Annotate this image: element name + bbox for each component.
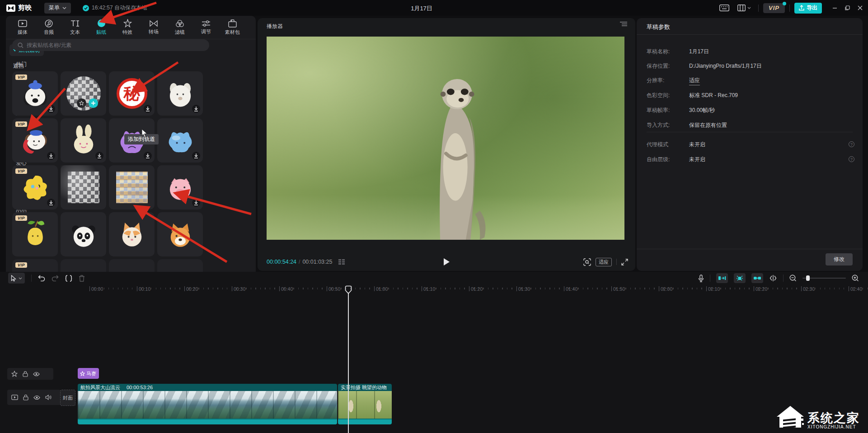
undo-button[interactable] bbox=[38, 275, 45, 281]
download-icon[interactable] bbox=[95, 152, 103, 160]
ruler-label: 02:00 bbox=[659, 286, 672, 292]
minimize-button[interactable] bbox=[828, 0, 841, 16]
modify-button[interactable]: 修改 bbox=[826, 253, 853, 265]
menu-button[interactable]: 菜单 bbox=[44, 3, 71, 14]
split-button[interactable] bbox=[65, 275, 72, 282]
play-button[interactable] bbox=[443, 258, 450, 265]
eye-icon[interactable] bbox=[33, 395, 40, 400]
cover-button[interactable]: 封面 bbox=[60, 390, 75, 406]
vip-tag: VIP bbox=[15, 121, 27, 127]
export-button[interactable]: 导出 bbox=[794, 3, 822, 14]
add-to-track-button[interactable] bbox=[89, 98, 98, 108]
magnetic-main-track-toggle[interactable] bbox=[734, 273, 746, 283]
sticker-mosaic-gray[interactable] bbox=[61, 165, 106, 210]
draft-row-name: 草稿名称:1月17日 bbox=[647, 48, 849, 56]
delete-button[interactable] bbox=[79, 275, 85, 282]
close-button[interactable] bbox=[854, 0, 866, 16]
sticker-shiba[interactable] bbox=[157, 212, 203, 256]
sticker-partial-1[interactable]: VIP bbox=[12, 259, 58, 272]
fullscreen-icon[interactable] bbox=[621, 259, 628, 265]
watermark-house-icon bbox=[776, 403, 805, 429]
download-icon[interactable] bbox=[47, 152, 55, 160]
timeline-zoom-slider[interactable] bbox=[802, 278, 846, 279]
download-icon[interactable] bbox=[144, 152, 152, 160]
tab-assets[interactable]: 素材包 bbox=[219, 16, 245, 39]
fit-button[interactable]: 适应 bbox=[596, 258, 612, 266]
sticker-mi-stamp[interactable]: 秘 bbox=[109, 71, 155, 116]
draft-row-free-layer: 自由层级:未开启? bbox=[647, 156, 849, 163]
favorite-star-button[interactable] bbox=[77, 98, 86, 108]
frame-preview-zoom-icon[interactable] bbox=[583, 258, 591, 266]
link-toggle[interactable] bbox=[751, 273, 763, 283]
help-icon[interactable]: ? bbox=[849, 156, 854, 162]
sticker-blue-blob[interactable] bbox=[157, 118, 203, 163]
draft-value[interactable]: 适应 bbox=[689, 77, 700, 85]
lock-icon[interactable] bbox=[23, 394, 28, 400]
audio-tab-icon bbox=[45, 19, 53, 28]
tab-sticker[interactable]: 贴纸 bbox=[88, 16, 114, 39]
zoom-slider-handle[interactable] bbox=[806, 275, 810, 281]
mosaic-gray-sticker-art bbox=[68, 172, 99, 203]
video-preview[interactable] bbox=[267, 37, 624, 240]
select-tool-button[interactable] bbox=[8, 273, 25, 284]
sticker-cat[interactable] bbox=[109, 212, 155, 256]
player-options-icon[interactable] bbox=[620, 22, 627, 26]
snap-toggle[interactable] bbox=[716, 273, 728, 283]
ruler-label: 00:20 bbox=[184, 286, 198, 292]
download-icon[interactable] bbox=[144, 105, 152, 113]
timeline-ruler[interactable]: 00:0000:1000:2000:3000:4000:5001:0001:10… bbox=[0, 284, 868, 294]
sticker-partial-2[interactable] bbox=[61, 259, 106, 272]
tab-filter[interactable]: 滤镜 bbox=[167, 16, 193, 39]
clip-audio-strip bbox=[78, 419, 337, 424]
sticker-partial-3[interactable] bbox=[109, 259, 155, 272]
playhead-handle[interactable] bbox=[345, 285, 352, 294]
help-icon[interactable]: ? bbox=[849, 141, 854, 147]
draft-label: 代理模式 bbox=[647, 141, 679, 149]
shortcut-keyboard-icon[interactable] bbox=[719, 5, 729, 11]
sticker-dog-beret[interactable]: VIP bbox=[12, 71, 58, 116]
download-icon[interactable] bbox=[192, 152, 200, 160]
tab-label: 调节 bbox=[201, 28, 211, 35]
record-voiceover-icon[interactable] bbox=[698, 275, 704, 282]
tab-media[interactable]: 媒体 bbox=[9, 16, 36, 39]
tab-transition[interactable]: 转场 bbox=[141, 16, 167, 39]
download-icon[interactable] bbox=[192, 199, 200, 207]
sticker-mosaic-circle[interactable] bbox=[61, 71, 106, 116]
tab-audio[interactable]: 音频 bbox=[36, 16, 62, 39]
zoom-in-icon[interactable] bbox=[852, 275, 859, 282]
sticker-dog-phone[interactable]: VIP bbox=[12, 118, 58, 163]
sticker-partial-4[interactable] bbox=[157, 259, 203, 272]
sticker-panda[interactable] bbox=[61, 212, 106, 256]
maximize-button[interactable] bbox=[841, 0, 854, 16]
frame-grid-icon[interactable] bbox=[338, 259, 346, 265]
tab-effects[interactable]: 特效 bbox=[114, 16, 141, 39]
playhead-line[interactable] bbox=[348, 293, 349, 433]
sticker-pig[interactable] bbox=[157, 165, 203, 210]
download-icon[interactable] bbox=[47, 199, 55, 207]
draft-value: 保留在原有位置 bbox=[689, 121, 727, 129]
redo-button[interactable] bbox=[52, 275, 59, 281]
vip-badge[interactable]: VIP bbox=[763, 3, 785, 13]
sticker-bunny[interactable] bbox=[61, 118, 106, 163]
sticker-yellow-fluff[interactable]: VIP bbox=[12, 165, 58, 210]
speaker-icon[interactable] bbox=[45, 395, 52, 400]
sticker-clip-mosaic[interactable]: 马赛 bbox=[78, 368, 99, 379]
download-icon[interactable] bbox=[192, 105, 200, 113]
video-clip-1[interactable]: 航拍风景大山流云 00:00:53:26 bbox=[78, 384, 337, 424]
sticker-white-dog[interactable] bbox=[157, 71, 203, 116]
video-clip-2[interactable]: 实景拍摄 眺望的动物 bbox=[338, 384, 392, 424]
layout-switch-button[interactable] bbox=[737, 5, 751, 11]
tab-adjust[interactable]: 调节 bbox=[193, 16, 219, 39]
sticker-pear[interactable]: VIP bbox=[12, 212, 58, 256]
eye-icon[interactable] bbox=[33, 372, 40, 377]
sticker-mosaic-color[interactable] bbox=[109, 165, 155, 210]
sticker-search-input[interactable]: 搜索贴纸名称/元素 bbox=[12, 39, 209, 51]
lock-icon[interactable] bbox=[23, 371, 28, 377]
pear-sticker-art bbox=[19, 218, 52, 251]
download-icon[interactable] bbox=[47, 105, 55, 113]
preview-axis-toggle[interactable] bbox=[769, 275, 777, 282]
zoom-out-icon[interactable] bbox=[789, 275, 797, 282]
sticker-clip-label: 马赛 bbox=[86, 370, 96, 377]
media-library-panel: 媒体音频文本贴纸特效转场滤镜调节素材包 贴纸素材 热门VIP春节2023遮挡指示… bbox=[6, 16, 256, 272]
tab-text[interactable]: 文本 bbox=[62, 16, 88, 39]
